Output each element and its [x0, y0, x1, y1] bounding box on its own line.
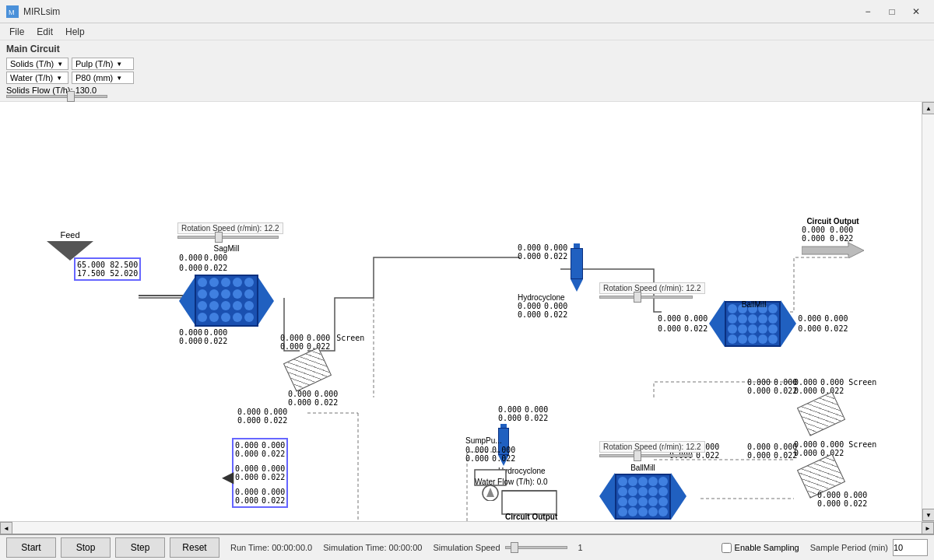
sag-mill-body[interactable] [179, 275, 274, 327]
enable-sampling-label[interactable]: Enable Sampling [722, 543, 799, 553]
screen1-body[interactable] [283, 347, 332, 391]
sag-val5: 0.000 [179, 328, 202, 337]
water-dropdown[interactable]: Water (T/h) ▼ [6, 72, 68, 84]
vertical-scrollbar[interactable]: ▲ ▼ [922, 102, 934, 521]
screen1-lower-vals: 0.0000.000 0.0000.022 [288, 390, 338, 407]
feed-val4: 52.020 [110, 269, 138, 278]
maximize-button[interactable]: □ [880, 4, 904, 19]
dropdown-arrow1: ▼ [57, 61, 63, 68]
sample-period-input[interactable] [893, 539, 928, 556]
sag-val2: 0.000 [204, 254, 227, 262]
sag-val1: 0.000 [179, 254, 202, 262]
scroll-right-button[interactable]: ► [922, 522, 934, 534]
sim-speed-value: 1 [578, 543, 583, 552]
scroll-track-v [922, 114, 934, 509]
rotation-speed-slider-3[interactable] [599, 454, 693, 457]
ballmill2-body[interactable] [599, 473, 686, 520]
pulp-dropdown[interactable]: Pulp (T/h) ▼ [72, 58, 134, 70]
screen3-mid-vals: 0.0000.000 0.0000.022 [747, 443, 797, 460]
sag-mill-area: SagMill 0.000 0.000 0.000 0.022 [179, 244, 274, 345]
rotation-speed-slider-1[interactable] [177, 236, 279, 239]
circuit-output1: Circuit Output 0.0000.000 0.0000.022 [802, 217, 864, 260]
reset-button[interactable]: Reset [170, 537, 219, 558]
splitter-vals-top: 0.0000.000 0.0000.022 [237, 408, 287, 425]
circuit-canvas[interactable]: Rotation Speed (r/min): 12.2 Feed 65.000… [0, 102, 922, 521]
close-button[interactable]: ✕ [904, 4, 928, 19]
p80-dropdown[interactable]: P80 (mm) ▼ [72, 72, 134, 84]
ballmill2-area: BallMill [599, 464, 686, 520]
toolbar: Main Circuit Solids (T/h) ▼ Pulp (T/h) ▼… [0, 40, 934, 102]
sag-val8: 0.022 [204, 337, 227, 345]
enable-sampling-checkbox[interactable] [722, 543, 732, 553]
run-time-label: Run Time: 00:00:00.0 [230, 543, 312, 552]
ballmill1-area: BallMill 0.0000.000 0.0000.022 [658, 300, 848, 347]
screen2-left-vals: 0.0000.000 0.0000.022 [747, 378, 797, 395]
scroll-up-button[interactable]: ▲ [922, 102, 934, 114]
minimize-button[interactable]: − [856, 4, 880, 19]
hydrocyclone1-body[interactable]: 0.0000.000 0.0000.022 [518, 243, 583, 292]
dropdown-arrow2: ▼ [116, 61, 122, 68]
menu-file[interactable]: File [3, 25, 30, 39]
svg-rect-15 [502, 491, 557, 514]
sag-val4: 0.022 [204, 264, 227, 272]
menu-bar: File Edit Help [0, 23, 934, 40]
splitter-box[interactable]: 0.0000.000 0.0000.022 0.0000.000 0.0000.… [232, 438, 288, 508]
svg-text:M: M [9, 9, 15, 16]
scroll-down-button[interactable]: ▼ [922, 509, 934, 521]
hydrocyclone1-area: 0.0000.000 0.0000.022 Hydrocyclone 0.00 [518, 243, 583, 319]
sim-speed-slider[interactable] [505, 546, 567, 549]
sag-val7: 0.000 [179, 337, 202, 345]
toolbar-row2: Water (T/h) ▼ P80 (mm) ▼ [6, 72, 928, 84]
circuit-output2: Circuit Output 0.0000.000 0.0000.022 [505, 513, 557, 521]
hydrocyclone1-label: Hydrocyclone [518, 293, 583, 302]
screen2-body[interactable] [797, 391, 845, 436]
solids-flow-slider[interactable] [6, 95, 107, 98]
toolbar-row1: Solids (T/h) ▼ Pulp (T/h) ▼ [6, 58, 928, 70]
start-button[interactable]: Start [6, 537, 56, 558]
feed-label: Feed [47, 230, 93, 240]
sag-val6: 0.000 [204, 328, 227, 337]
dropdown-arrow4: ▼ [116, 75, 122, 82]
app-icon: M [6, 5, 19, 18]
screen1-area: 0.0000.000 Screen 0.0000.022 [280, 334, 364, 385]
rotation-speed-slider-2[interactable] [599, 296, 693, 299]
scroll-track-h [12, 522, 922, 534]
dropdown-arrow3: ▼ [56, 75, 62, 82]
rotation-speed-1: Rotation Speed (r/min): 12.2 [177, 222, 283, 239]
rotation-speed-3: Rotation Speed (r/min): 12.2 [599, 441, 705, 457]
horizontal-scrollbar[interactable]: ◄ ► [0, 521, 934, 534]
feed-val1: 65.000 [77, 261, 105, 269]
sim-speed-label: Simulation Speed [433, 543, 500, 552]
sump2-label: SumpPu... [465, 436, 515, 445]
rotation-speed-2: Rotation Speed (r/min): 12.2 [599, 282, 705, 299]
screen2-area: 0.0000.000 Screen 0.0000.022 [794, 378, 876, 429]
sag-mill-label: SagMill [179, 244, 274, 253]
screen2-label: Screen [848, 378, 876, 387]
menu-help[interactable]: Help [59, 25, 91, 39]
sag-val3: 0.000 [179, 264, 202, 272]
app-title: MIRLsim [23, 6, 856, 17]
window-controls[interactable]: − □ ✕ [856, 4, 928, 19]
sim-time-label: Simulation Time: 00:00:00 [323, 543, 422, 552]
title-bar: M MIRLsim − □ ✕ [0, 0, 934, 23]
screen1-label: Screen [336, 334, 364, 342]
splitter-arrow: ◀ [222, 467, 234, 486]
stop-button[interactable]: Stop [61, 537, 111, 558]
co1-label: Circuit Output [802, 217, 864, 226]
main-area: Rotation Speed (r/min): 12.2 Feed 65.000… [0, 102, 934, 521]
step-button[interactable]: Step [115, 537, 165, 558]
solids-dropdown[interactable]: Solids (T/h) ▼ [6, 58, 68, 70]
sample-period-label: Sample Period (min) [810, 543, 888, 552]
status-bar: Start Stop Step Reset Run Time: 00:00:00… [0, 534, 934, 560]
feed-value-box: 65.000 82.500 17.500 52.020 [74, 257, 141, 281]
scroll-left-button[interactable]: ◄ [0, 522, 12, 534]
ballmill2-label: BallMill [599, 464, 686, 472]
circuit-label: Main Circuit [6, 44, 928, 54]
feed-val2: 82.500 [110, 261, 138, 269]
solids-flow-container: Solids Flow (T/h): 130.0 [6, 86, 928, 95]
output-arrow-1 [802, 243, 864, 258]
svg-marker-11 [802, 243, 864, 258]
menu-edit[interactable]: Edit [30, 25, 59, 39]
water-flow-label: Water Flow (T/h): 0.0 [475, 478, 548, 486]
co2-label: Circuit Output [505, 513, 557, 521]
